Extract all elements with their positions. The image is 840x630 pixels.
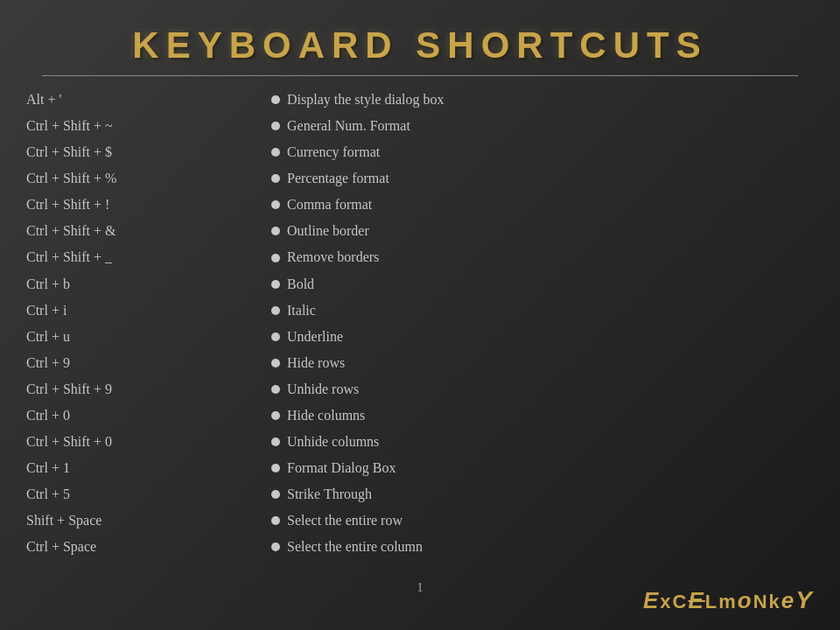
shortcut-key-8: Ctrl + i — [26, 298, 271, 324]
bullet-icon-5 — [271, 227, 280, 235]
shortcut-description-0: Display the style dialog box — [271, 87, 814, 113]
shortcut-key-13: Ctrl + Shift + 0 — [26, 429, 271, 455]
shortcut-description-10: Hide rows — [271, 350, 814, 376]
shortcuts-left-column: Alt + 'Ctrl + Shift + ~Ctrl + Shift + $C… — [26, 87, 271, 560]
shortcut-key-17: Ctrl + Space — [26, 534, 271, 560]
logo: ExCELmoNkeY — [643, 586, 814, 614]
shortcut-key-1: Ctrl + Shift + ~ — [26, 113, 271, 139]
bullet-icon-3 — [271, 174, 280, 183]
shortcut-key-6: Ctrl + Shift + _ — [26, 244, 271, 270]
bullet-icon-10 — [271, 359, 280, 368]
bullet-icon-1 — [271, 122, 280, 130]
shortcut-key-5: Ctrl + Shift + & — [26, 218, 271, 244]
bullet-icon-7 — [271, 280, 280, 289]
shortcut-description-6: Remove borders — [271, 244, 814, 270]
shortcut-key-4: Ctrl + Shift + ! — [26, 192, 271, 218]
bullet-icon-13 — [271, 438, 280, 446]
shortcut-description-12: Hide columns — [271, 402, 814, 429]
bullet-icon-4 — [271, 200, 280, 209]
shortcut-key-12: Ctrl + 0 — [26, 402, 271, 429]
shortcut-key-3: Ctrl + Shift + % — [26, 165, 271, 192]
shortcut-key-0: Alt + ' — [26, 87, 271, 113]
shortcut-description-7: Bold — [271, 271, 814, 298]
bullet-icon-9 — [271, 332, 280, 341]
bullet-icon-15 — [271, 490, 280, 499]
shortcut-description-13: Unhide columns — [271, 429, 814, 455]
shortcut-description-11: Unhide rows — [271, 376, 814, 402]
bullet-icon-8 — [271, 306, 280, 315]
shortcuts-right-column: Display the style dialog boxGeneral Num.… — [271, 87, 814, 560]
bullet-icon-14 — [271, 464, 280, 472]
page-title: KEYBOARD SHORTCUTS — [0, 0, 840, 75]
shortcut-key-11: Ctrl + Shift + 9 — [26, 376, 271, 402]
bullet-icon-2 — [271, 148, 280, 157]
shortcut-description-16: Select the entire row — [271, 508, 814, 534]
shortcut-description-2: Currency format — [271, 139, 814, 165]
shortcut-description-15: Strike Through — [271, 481, 814, 508]
bullet-icon-11 — [271, 385, 280, 394]
shortcuts-container: Alt + 'Ctrl + Shift + ~Ctrl + Shift + $C… — [0, 87, 840, 560]
shortcut-description-3: Percentage format — [271, 165, 814, 192]
shortcut-description-1: General Num. Format — [271, 113, 814, 139]
shortcut-key-2: Ctrl + Shift + $ — [26, 139, 271, 165]
shortcut-key-15: Ctrl + 5 — [26, 481, 271, 508]
shortcut-description-5: Outline border — [271, 218, 814, 244]
shortcut-description-17: Select the entire column — [271, 534, 814, 560]
shortcut-description-8: Italic — [271, 298, 814, 324]
shortcut-key-10: Ctrl + 9 — [26, 350, 271, 376]
page-number: 1 — [417, 581, 424, 595]
bullet-icon-0 — [271, 95, 280, 104]
shortcut-description-4: Comma format — [271, 192, 814, 218]
shortcut-key-9: Ctrl + u — [26, 324, 271, 350]
shortcut-description-14: Format Dialog Box — [271, 455, 814, 481]
shortcut-key-16: Shift + Space — [26, 508, 271, 534]
shortcut-description-9: Underline — [271, 324, 814, 350]
bullet-icon-16 — [271, 516, 280, 525]
bullet-icon-6 — [271, 254, 280, 262]
bullet-icon-17 — [271, 542, 280, 551]
shortcut-key-14: Ctrl + 1 — [26, 455, 271, 481]
shortcut-key-7: Ctrl + b — [26, 271, 271, 298]
divider — [42, 75, 798, 76]
bullet-icon-12 — [271, 411, 280, 420]
